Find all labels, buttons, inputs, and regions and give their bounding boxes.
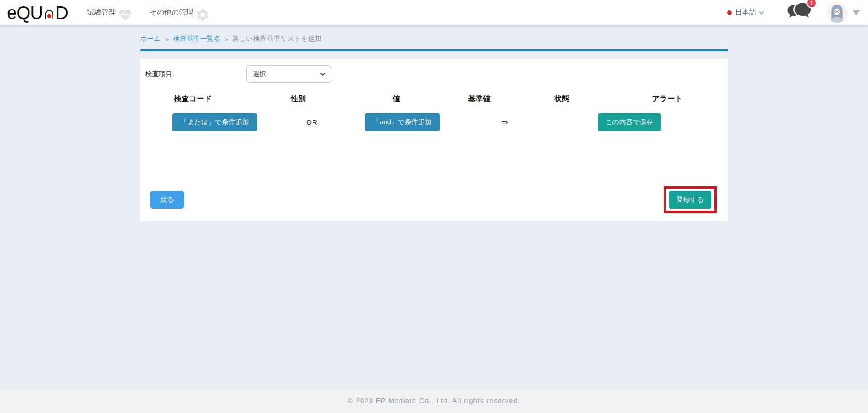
column-header-test-code: 検査コード <box>140 94 246 104</box>
language-selector[interactable]: 日本語 <box>727 8 763 17</box>
criteria-form-card: 検査項目: 選択 検査コード 性別 値 基準値 状態 アラート 「または」で条件… <box>140 59 728 221</box>
column-header-status: 状態 <box>517 94 607 104</box>
logo-red-dot <box>47 14 51 18</box>
breadcrumb-divider <box>140 49 728 51</box>
save-content-button[interactable]: この内容で保存 <box>598 113 661 131</box>
equad-logo[interactable]: eQU∩D <box>7 4 68 22</box>
add-or-condition-button[interactable]: 「または」で条件追加 <box>172 113 257 131</box>
inspection-item-select[interactable]: 選択 <box>246 65 331 83</box>
add-and-condition-button[interactable]: 「and」で条件追加 <box>365 113 440 131</box>
breadcrumb-current-page: 新しい検査基準リストを追加 <box>232 34 322 43</box>
header-right: 日本語 1 <box>727 1 860 24</box>
copyright-text: © 2023 EP Mediate Co., Ltd. All rights r… <box>348 397 521 413</box>
nav-label: 試験管理 <box>87 8 116 17</box>
gear-icon <box>195 7 210 24</box>
criteria-table-header: 検査コード 性別 値 基準値 状態 アラート <box>140 94 728 104</box>
form-actions-row: 戻る 登録する <box>140 186 728 213</box>
or-operator-label: OR <box>306 118 318 126</box>
column-header-value: 値 <box>351 94 442 104</box>
nav-label: その他の管理 <box>149 8 193 17</box>
nav-item-trial-management[interactable]: 試験管理 <box>87 8 132 18</box>
breadcrumb-separator: » <box>225 35 228 43</box>
column-header-alert: アラート <box>607 94 728 104</box>
column-header-sex: 性別 <box>246 94 351 104</box>
criteria-condition-row: 「または」で条件追加 OR 「and」で条件追加 ⇒ この内容で保存 <box>140 113 728 131</box>
logo-text-post: D <box>55 4 68 22</box>
language-flag-dot <box>727 10 732 15</box>
main-content: ホーム » 検査基準一覧名 » 新しい検査基準リストを追加 検査項目: 選択 検… <box>0 25 868 389</box>
breadcrumb: ホーム » 検査基準一覧名 » 新しい検査基準リストを追加 <box>140 25 728 43</box>
app-header: eQU∩D 試験管理 その他の管理 日本語 <box>0 0 868 25</box>
breadcrumb-criteria-list-link[interactable]: 検査基準一覧名 <box>173 34 221 43</box>
implies-arrow-label: ⇒ <box>501 117 508 127</box>
chevron-down-icon <box>320 70 326 76</box>
breadcrumb-separator: » <box>165 35 169 43</box>
logo-text-mid: ∩ <box>43 3 55 23</box>
inspection-item-field-row: 検査項目: 選択 <box>140 59 728 83</box>
inspection-item-label: 検査項目: <box>145 70 246 78</box>
select-value: 選択 <box>253 70 266 78</box>
register-button[interactable]: 登録する <box>669 191 711 209</box>
page-footer: © 2023 EP Mediate Co., Ltd. All rights r… <box>0 389 868 413</box>
chevron-down-icon <box>759 9 764 14</box>
chat-bubbles-icon <box>787 16 812 24</box>
highlight-annotation-box: 登録する <box>664 186 717 213</box>
back-button[interactable]: 戻る <box>150 191 184 209</box>
user-menu-caret-icon[interactable] <box>853 10 860 15</box>
heart-pulse-icon <box>118 8 132 24</box>
column-header-reference-value: 基準値 <box>442 94 517 104</box>
nav-item-other-management[interactable]: その他の管理 <box>149 7 210 18</box>
breadcrumb-home-link[interactable]: ホーム <box>140 34 161 43</box>
language-label: 日本語 <box>735 8 757 17</box>
user-avatar[interactable] <box>827 2 847 23</box>
logo-text-pre: eQU <box>7 4 43 22</box>
main-nav: 試験管理 その他の管理 <box>87 7 210 18</box>
notification-badge: 1 <box>806 0 817 8</box>
notifications-button[interactable]: 1 <box>787 1 812 24</box>
